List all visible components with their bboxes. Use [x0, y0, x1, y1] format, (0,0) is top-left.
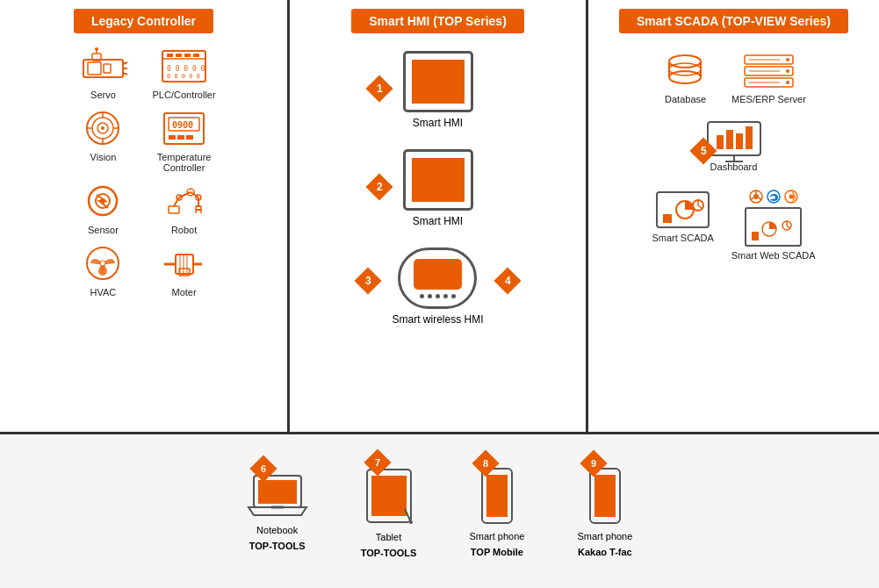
hmi-screen-2 — [412, 158, 465, 202]
web-scada-label: Smart Web SCADA — [731, 250, 816, 261]
device-vision: Vision — [71, 109, 134, 173]
moter-label: Moter — [172, 287, 197, 298]
notebook-icon — [247, 471, 308, 520]
bottom-notebook: 6 Notebook TOP-TOOLS — [247, 471, 308, 551]
svg-rect-87 — [726, 130, 733, 149]
database-label: Database — [665, 94, 706, 104]
svg-rect-50 — [169, 206, 179, 213]
edge-icon — [767, 190, 781, 204]
col-legacy: Legacy Controller — [0, 0, 290, 432]
database-icon — [661, 51, 710, 90]
sensor-label: Sensor — [88, 225, 119, 235]
bottom-tablet: 7 Tablet TOP-TOOLS — [361, 465, 417, 558]
svg-text:0 0 0 0 0: 0 0 0 0 0 — [167, 65, 205, 73]
legacy-header: Legacy Controller — [74, 9, 213, 33]
svg-point-36 — [101, 126, 104, 130]
notebook-label2: TOP-TOOLS — [249, 541, 306, 551]
smartphone-kakao-label2: Kakao T-fac — [578, 547, 632, 557]
svg-point-63 — [100, 261, 105, 266]
firefox-icon — [784, 190, 798, 204]
servo-icon — [79, 47, 127, 86]
svg-rect-29 — [184, 54, 191, 57]
badge-5: 5 — [701, 145, 707, 157]
svg-point-75 — [669, 63, 701, 75]
device-temp: 0900 TemperatureController — [153, 109, 216, 173]
svg-rect-17 — [88, 62, 101, 75]
svg-line-101 — [750, 198, 753, 200]
hmi-label-3: Smart wireless HMI — [392, 313, 483, 326]
svg-point-23 — [95, 47, 98, 51]
hmi-device-1 — [403, 51, 473, 112]
bottom-smartphone-top: 8 Smart phone TOP Mobile — [469, 466, 524, 557]
hvac-label: HVAC — [90, 287, 117, 298]
svg-line-102 — [759, 198, 762, 200]
wireless-hmi-screen — [414, 259, 462, 290]
svg-point-74 — [669, 71, 701, 83]
svg-point-105 — [789, 195, 793, 199]
svg-text:0 0 0 0 0: 0 0 0 0 0 — [167, 73, 200, 80]
badge-8: 8 — [483, 458, 488, 469]
moter-icon — [160, 244, 208, 283]
device-smart-scada: Smart SCADA — [652, 190, 713, 243]
svg-line-110 — [787, 226, 789, 228]
badge-9: 9 — [591, 458, 596, 469]
svg-rect-28 — [176, 54, 182, 57]
hmi-label-2: Smart HMI — [413, 215, 463, 227]
smart-scada-icon — [654, 190, 711, 229]
svg-rect-64 — [176, 255, 193, 274]
svg-rect-112 — [258, 480, 297, 504]
hmi-label-1: Smart HMI — [413, 117, 463, 129]
svg-point-117 — [409, 520, 413, 524]
robot-icon — [160, 182, 208, 221]
device-plc: 0 0 0 0 0 0 0 0 0 0 PLC/Controller — [153, 47, 216, 100]
col-hmi: Smart HMI (TOP Series) 1 Smart HMI — [290, 0, 588, 432]
badge-4: 4 — [504, 275, 510, 287]
robot-label: Robot — [171, 225, 197, 235]
svg-rect-89 — [746, 126, 753, 149]
svg-text:0900: 0900 — [172, 120, 193, 130]
top-section: Legacy Controller — [0, 0, 879, 434]
device-robot: Robot — [153, 182, 216, 235]
vision-label: Vision — [90, 152, 117, 162]
legacy-device-grid: Servo 0 0 0 0 0 0 0 0 0 0 — [58, 47, 228, 298]
plc-label: PLC/Controller — [153, 90, 216, 100]
web-scada-screen — [745, 207, 802, 247]
hmi-header: Smart HMI (TOP Series) — [351, 9, 524, 33]
svg-rect-27 — [167, 54, 173, 57]
badge-7: 7 — [375, 457, 380, 468]
tablet-label2: TOP-TOOLS — [361, 548, 417, 558]
hvac-icon — [79, 244, 127, 283]
svg-rect-106 — [752, 232, 759, 240]
sensor-icon — [79, 182, 127, 221]
dashboard-label: Dashboard — [710, 161, 758, 172]
svg-rect-122 — [594, 475, 616, 517]
wireless-hmi-dots — [420, 294, 456, 298]
svg-rect-115 — [371, 476, 407, 516]
device-hvac: HVAC — [71, 244, 134, 298]
chrome-icon — [749, 190, 763, 204]
bottom-section: 6 Notebook TOP-TOOLS 7 — [0, 434, 879, 588]
col-scada: Smart SCADA (TOP-VIEW Series) Dat — [588, 0, 879, 432]
smart-scada-label: Smart SCADA — [652, 233, 713, 243]
smartphone-top-label1: Smart phone — [469, 531, 524, 541]
svg-point-79 — [786, 58, 789, 61]
vision-icon — [79, 109, 127, 148]
svg-rect-119 — [486, 475, 508, 517]
device-database: Database — [661, 51, 710, 104]
scada-header: Smart SCADA (TOP-VIEW Series) — [619, 9, 848, 33]
plc-icon: 0 0 0 0 0 0 0 0 0 0 — [160, 47, 208, 86]
bottom-smartphone-kakao: 9 Smart phone Kakao T-fac — [577, 466, 632, 557]
device-moter: Moter — [153, 244, 216, 298]
mes-icon — [745, 51, 793, 90]
svg-point-81 — [786, 81, 789, 84]
svg-line-97 — [698, 205, 702, 208]
svg-rect-45 — [177, 135, 184, 140]
dashboard-icon — [710, 122, 758, 161]
servo-label: Servo — [90, 90, 116, 100]
main-container: Legacy Controller — [0, 0, 879, 588]
svg-point-71 — [669, 55, 701, 68]
hmi-device-2 — [403, 149, 473, 211]
smartphone-top-label2: TOP Mobile — [471, 547, 523, 557]
svg-rect-44 — [169, 135, 176, 140]
svg-rect-46 — [186, 135, 193, 140]
